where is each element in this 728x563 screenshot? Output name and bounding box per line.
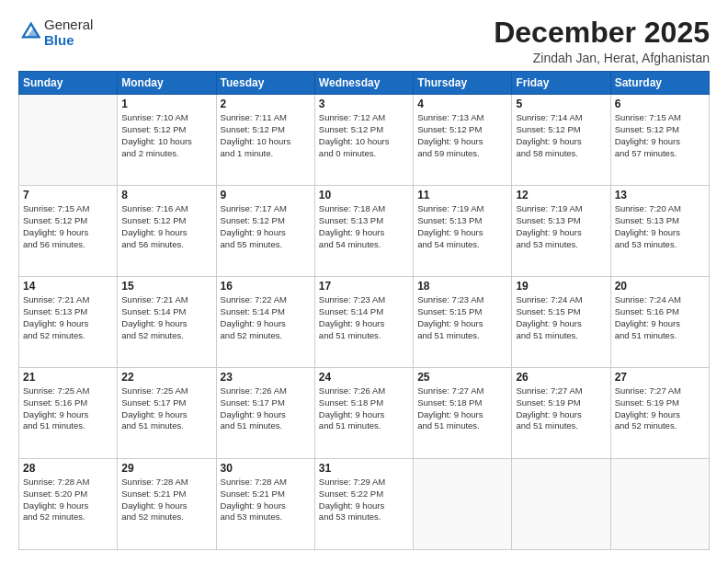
calendar-table: SundayMondayTuesdayWednesdayThursdayFrid… bbox=[18, 71, 710, 550]
day-number: 14 bbox=[23, 280, 113, 293]
day-info: Sunrise: 7:15 AMSunset: 5:12 PMDaylight:… bbox=[615, 112, 705, 159]
calendar-cell: 28Sunrise: 7:28 AMSunset: 5:20 PMDayligh… bbox=[19, 459, 118, 550]
logo: General Blue bbox=[18, 17, 93, 49]
day-info: Sunrise: 7:14 AMSunset: 5:12 PMDaylight:… bbox=[516, 112, 606, 159]
day-number: 12 bbox=[516, 189, 606, 201]
calendar-cell: 2Sunrise: 7:11 AMSunset: 5:12 PMDaylight… bbox=[216, 95, 314, 186]
day-number: 21 bbox=[23, 371, 113, 384]
calendar-header-wednesday: Wednesday bbox=[314, 72, 413, 95]
logo-general: General bbox=[44, 17, 93, 32]
day-number: 1 bbox=[121, 98, 211, 110]
day-number: 25 bbox=[417, 371, 507, 384]
calendar-cell bbox=[19, 95, 118, 186]
day-info: Sunrise: 7:27 AMSunset: 5:18 PMDaylight:… bbox=[417, 385, 507, 432]
calendar-cell: 12Sunrise: 7:19 AMSunset: 5:13 PMDayligh… bbox=[512, 186, 610, 277]
day-number: 8 bbox=[121, 189, 211, 201]
calendar-cell: 30Sunrise: 7:28 AMSunset: 5:21 PMDayligh… bbox=[216, 459, 314, 550]
day-info: Sunrise: 7:11 AMSunset: 5:12 PMDaylight:… bbox=[221, 112, 311, 159]
calendar-week-1: 7Sunrise: 7:15 AMSunset: 5:12 PMDaylight… bbox=[19, 186, 710, 277]
calendar-cell: 7Sunrise: 7:15 AMSunset: 5:12 PMDaylight… bbox=[19, 186, 118, 277]
day-number: 10 bbox=[319, 189, 409, 201]
calendar-cell: 21Sunrise: 7:25 AMSunset: 5:16 PMDayligh… bbox=[19, 368, 118, 459]
location: Zindah Jan, Herat, Afghanistan bbox=[494, 51, 710, 65]
day-number: 5 bbox=[516, 98, 606, 110]
calendar-cell: 11Sunrise: 7:19 AMSunset: 5:13 PMDayligh… bbox=[414, 186, 512, 277]
day-info: Sunrise: 7:24 AMSunset: 5:15 PMDaylight:… bbox=[516, 294, 606, 341]
day-number: 30 bbox=[221, 462, 311, 475]
calendar-header-monday: Monday bbox=[118, 72, 216, 95]
calendar-week-3: 21Sunrise: 7:25 AMSunset: 5:16 PMDayligh… bbox=[19, 368, 710, 459]
page: General Blue December 2025 Zindah Jan, H… bbox=[0, 0, 728, 563]
calendar-cell bbox=[512, 459, 610, 550]
day-info: Sunrise: 7:23 AMSunset: 5:14 PMDaylight:… bbox=[319, 294, 409, 341]
calendar-header-tuesday: Tuesday bbox=[216, 72, 314, 95]
calendar-cell: 5Sunrise: 7:14 AMSunset: 5:12 PMDaylight… bbox=[512, 95, 610, 186]
calendar-cell: 3Sunrise: 7:12 AMSunset: 5:12 PMDaylight… bbox=[314, 95, 413, 186]
calendar-cell: 27Sunrise: 7:27 AMSunset: 5:19 PMDayligh… bbox=[610, 368, 709, 459]
day-number: 2 bbox=[221, 98, 311, 110]
calendar-cell: 8Sunrise: 7:16 AMSunset: 5:12 PMDaylight… bbox=[118, 186, 216, 277]
calendar-header-sunday: Sunday bbox=[19, 72, 118, 95]
calendar-cell: 14Sunrise: 7:21 AMSunset: 5:13 PMDayligh… bbox=[19, 277, 118, 368]
day-info: Sunrise: 7:24 AMSunset: 5:16 PMDaylight:… bbox=[615, 294, 705, 341]
day-number: 18 bbox=[417, 280, 507, 293]
calendar-cell bbox=[610, 459, 709, 550]
day-number: 22 bbox=[121, 371, 211, 384]
day-info: Sunrise: 7:28 AMSunset: 5:21 PMDaylight:… bbox=[121, 477, 211, 523]
calendar-cell bbox=[414, 459, 512, 550]
calendar-cell: 20Sunrise: 7:24 AMSunset: 5:16 PMDayligh… bbox=[610, 277, 709, 368]
day-number: 29 bbox=[121, 462, 211, 475]
month-title: December 2025 bbox=[494, 17, 710, 49]
day-info: Sunrise: 7:26 AMSunset: 5:17 PMDaylight:… bbox=[221, 385, 311, 432]
day-info: Sunrise: 7:27 AMSunset: 5:19 PMDaylight:… bbox=[615, 385, 705, 432]
calendar-week-2: 14Sunrise: 7:21 AMSunset: 5:13 PMDayligh… bbox=[19, 277, 710, 368]
day-info: Sunrise: 7:25 AMSunset: 5:17 PMDaylight:… bbox=[121, 385, 211, 432]
day-number: 6 bbox=[615, 98, 705, 110]
day-info: Sunrise: 7:19 AMSunset: 5:13 PMDaylight:… bbox=[516, 203, 606, 250]
day-info: Sunrise: 7:13 AMSunset: 5:12 PMDaylight:… bbox=[417, 112, 507, 159]
day-number: 28 bbox=[23, 462, 113, 475]
day-info: Sunrise: 7:27 AMSunset: 5:19 PMDaylight:… bbox=[516, 385, 606, 432]
svg-marker-1 bbox=[27, 28, 40, 37]
logo-icon bbox=[20, 20, 40, 40]
day-info: Sunrise: 7:25 AMSunset: 5:16 PMDaylight:… bbox=[23, 385, 113, 432]
day-info: Sunrise: 7:18 AMSunset: 5:13 PMDaylight:… bbox=[319, 203, 409, 250]
day-number: 4 bbox=[417, 98, 507, 110]
calendar-cell: 24Sunrise: 7:26 AMSunset: 5:18 PMDayligh… bbox=[314, 368, 413, 459]
day-number: 20 bbox=[615, 280, 705, 293]
day-info: Sunrise: 7:12 AMSunset: 5:12 PMDaylight:… bbox=[319, 112, 409, 159]
calendar-header-friday: Friday bbox=[512, 72, 610, 95]
day-number: 7 bbox=[23, 189, 113, 201]
day-info: Sunrise: 7:16 AMSunset: 5:12 PMDaylight:… bbox=[121, 203, 211, 250]
calendar-cell: 29Sunrise: 7:28 AMSunset: 5:21 PMDayligh… bbox=[118, 459, 216, 550]
calendar-header-thursday: Thursday bbox=[414, 72, 512, 95]
calendar-week-0: 1Sunrise: 7:10 AMSunset: 5:12 PMDaylight… bbox=[19, 95, 710, 186]
calendar-cell: 13Sunrise: 7:20 AMSunset: 5:13 PMDayligh… bbox=[610, 186, 709, 277]
calendar-cell: 17Sunrise: 7:23 AMSunset: 5:14 PMDayligh… bbox=[314, 277, 413, 368]
title-block: December 2025 Zindah Jan, Herat, Afghani… bbox=[494, 17, 710, 65]
day-info: Sunrise: 7:22 AMSunset: 5:14 PMDaylight:… bbox=[221, 294, 311, 341]
day-number: 23 bbox=[221, 371, 311, 384]
calendar-header-row: SundayMondayTuesdayWednesdayThursdayFrid… bbox=[19, 72, 710, 95]
day-info: Sunrise: 7:21 AMSunset: 5:13 PMDaylight:… bbox=[23, 294, 113, 341]
day-info: Sunrise: 7:28 AMSunset: 5:20 PMDaylight:… bbox=[23, 477, 113, 523]
calendar-cell: 1Sunrise: 7:10 AMSunset: 5:12 PMDaylight… bbox=[118, 95, 216, 186]
calendar-cell: 10Sunrise: 7:18 AMSunset: 5:13 PMDayligh… bbox=[314, 186, 413, 277]
calendar-cell: 16Sunrise: 7:22 AMSunset: 5:14 PMDayligh… bbox=[216, 277, 314, 368]
day-number: 13 bbox=[615, 189, 705, 201]
day-info: Sunrise: 7:20 AMSunset: 5:13 PMDaylight:… bbox=[615, 203, 705, 250]
calendar-cell: 19Sunrise: 7:24 AMSunset: 5:15 PMDayligh… bbox=[512, 277, 610, 368]
calendar-cell: 9Sunrise: 7:17 AMSunset: 5:12 PMDaylight… bbox=[216, 186, 314, 277]
day-number: 16 bbox=[221, 280, 311, 293]
day-info: Sunrise: 7:28 AMSunset: 5:21 PMDaylight:… bbox=[221, 477, 311, 523]
day-number: 27 bbox=[615, 371, 705, 384]
calendar-cell: 4Sunrise: 7:13 AMSunset: 5:12 PMDaylight… bbox=[414, 95, 512, 186]
day-info: Sunrise: 7:19 AMSunset: 5:13 PMDaylight:… bbox=[417, 203, 507, 250]
day-number: 3 bbox=[319, 98, 409, 110]
calendar-cell: 25Sunrise: 7:27 AMSunset: 5:18 PMDayligh… bbox=[414, 368, 512, 459]
calendar-week-4: 28Sunrise: 7:28 AMSunset: 5:20 PMDayligh… bbox=[19, 459, 710, 550]
day-number: 24 bbox=[319, 371, 409, 384]
day-number: 31 bbox=[319, 462, 409, 475]
day-number: 17 bbox=[319, 280, 409, 293]
calendar-cell: 6Sunrise: 7:15 AMSunset: 5:12 PMDaylight… bbox=[610, 95, 709, 186]
